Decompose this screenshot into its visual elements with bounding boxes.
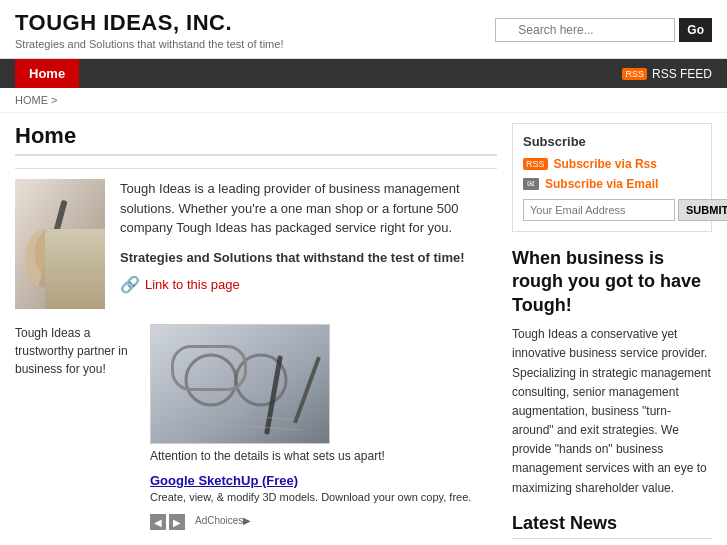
bold-tagline: Strategies and Solutions that withstand … (120, 250, 497, 265)
content-bottom: Tough Ideas a trustworthy partner in bus… (15, 324, 497, 530)
when-business-text: Tough Ideas a conservative yet innovativ… (512, 325, 712, 498)
site-header: TOUGH IDEAS, INC. Strategies and Solutio… (0, 0, 727, 59)
ad-nav: ◀ ▶ (150, 514, 185, 530)
content-photo-svg (15, 179, 105, 309)
subscribe-section: Subscribe RSS Subscribe via Rss ✉ Subscr… (512, 123, 712, 232)
main-layout: Home (0, 113, 727, 545)
content-top: Tough Ideas is a leading provider of bus… (15, 179, 497, 309)
search-area: 🔍 Go (495, 18, 712, 42)
breadcrumb-home[interactable]: HOME (15, 94, 48, 106)
when-business-title: When business is rough you got to have T… (512, 247, 712, 317)
submit-button[interactable]: SUBMIT (678, 199, 727, 221)
ad-choices-icon: ▶ (243, 515, 251, 526)
nav-home-button[interactable]: Home (15, 59, 79, 88)
search-input[interactable] (495, 18, 675, 42)
link-icon: 🔗 (120, 275, 140, 294)
site-title-area: TOUGH IDEAS, INC. Strategies and Solutio… (15, 10, 283, 50)
photo-caption: Attention to the details is what sets us… (150, 449, 497, 463)
rss-icon2: RSS (523, 158, 548, 170)
site-title: TOUGH IDEAS, INC. (15, 10, 283, 36)
content-image-box (15, 179, 105, 309)
when-business-section: When business is rough you got to have T… (512, 247, 712, 498)
subscribe-rss-item[interactable]: RSS Subscribe via Rss (523, 157, 701, 171)
site-tagline: Strategies and Solutions that withstand … (15, 38, 283, 50)
content-text: Tough Ideas is a leading provider of bus… (120, 179, 497, 309)
nav-bar: Home RSS RSS FEED (0, 59, 727, 88)
breadcrumb: HOME > (0, 88, 727, 113)
intro-text: Tough Ideas is a leading provider of bus… (120, 179, 497, 238)
email-form: SUBMIT (523, 199, 701, 221)
email-icon: ✉ (523, 178, 539, 190)
content-divider (15, 168, 497, 169)
google-ad-desc: Create, view, & modify 3D models. Downlo… (150, 490, 497, 505)
google-ad-link[interactable]: Google SketchUp (Free) (150, 473, 298, 488)
rss-feed-link[interactable]: RSS RSS FEED (622, 67, 712, 81)
rss-label: RSS FEED (652, 67, 712, 81)
trusty-text: Tough Ideas a trustworthy partner in bus… (15, 324, 135, 378)
page-title: Home (15, 123, 497, 156)
svg-point-4 (35, 229, 65, 279)
ad-prev-button[interactable]: ◀ (150, 514, 166, 530)
email-input[interactable] (523, 199, 675, 221)
photo-svg (151, 325, 330, 444)
svg-point-3 (25, 229, 65, 289)
photo-box (150, 324, 330, 444)
content-area: Home (15, 123, 497, 539)
sidebar: Subscribe RSS Subscribe via Rss ✉ Subscr… (512, 123, 712, 539)
latest-news-title: Latest News (512, 513, 712, 539)
subscribe-rss-link[interactable]: Subscribe via Rss (554, 157, 657, 171)
subscribe-email-item[interactable]: ✉ Subscribe via Email (523, 177, 701, 191)
content-image-area (15, 179, 105, 309)
photo-area: Attention to the details is what sets us… (150, 324, 497, 463)
subscribe-email-link-text[interactable]: Subscribe via Email (545, 177, 658, 191)
link-area: 🔗 Link to this page (120, 275, 497, 294)
right-content: Attention to the details is what sets us… (150, 324, 497, 530)
latest-news-section: Latest News (512, 513, 712, 539)
search-wrapper: 🔍 (495, 18, 675, 42)
link-to-page[interactable]: Link to this page (145, 277, 240, 292)
ad-choices: AdChoices (195, 515, 243, 526)
search-button[interactable]: Go (679, 18, 712, 42)
breadcrumb-separator: > (51, 94, 57, 106)
ad-next-button[interactable]: ▶ (169, 514, 185, 530)
ad-area: Google SketchUp (Free) Create, view, & m… (150, 473, 497, 530)
subscribe-title: Subscribe (523, 134, 701, 149)
rss-icon: RSS (622, 68, 647, 80)
